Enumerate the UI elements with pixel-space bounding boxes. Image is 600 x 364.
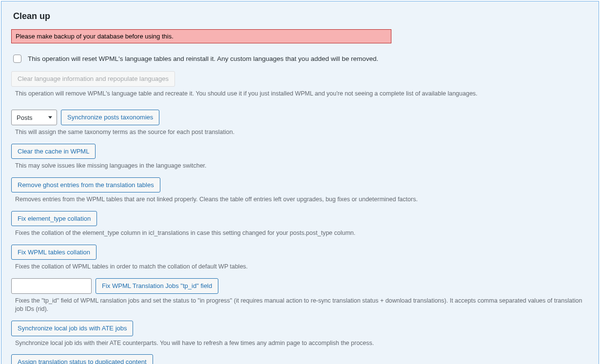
clear-cache-group: Clear the cache in WPML This may solve i…: [11, 144, 589, 171]
assign-trans-status-button[interactable]: Assign translation status to duplicated …: [11, 354, 153, 364]
fix-tpid-button[interactable]: Fix WPML Translation Jobs "tp_id" field: [96, 278, 218, 294]
cleanup-panel: Clean up Please make backup of your data…: [1, 1, 599, 364]
fix-tables-collation-desc: Fixes the collation of WPML tables in or…: [15, 263, 589, 271]
fix-tpid-group: Fix WPML Translation Jobs "tp_id" field …: [11, 278, 589, 314]
clear-language-info-desc: This operation will remove WPML's langua…: [15, 90, 589, 98]
post-type-select-wrap: Posts: [11, 110, 57, 125]
sync-ate-button[interactable]: Synchronize local job ids with ATE jobs: [11, 321, 133, 336]
sync-ate-group: Synchronize local job ids with ATE jobs …: [11, 321, 589, 347]
fix-tables-collation-group: Fix WPML tables collation Fixes the coll…: [11, 245, 589, 271]
fix-element-type-desc: Fixes the collation of the element_type …: [15, 229, 589, 238]
clear-language-info-button[interactable]: Clear language information and repopulat…: [11, 71, 175, 87]
panel-title: Clean up: [13, 11, 589, 21]
reset-wpml-label: This operation will reset WPML's languag…: [28, 55, 378, 62]
fix-tpid-desc: Fixes the "tp_id" field of WPML ranslati…: [15, 297, 589, 314]
sync-ate-desc: Synchronize local job ids with their ATE…: [15, 339, 589, 348]
remove-ghost-button[interactable]: Remove ghost entries from the translatio…: [11, 177, 160, 193]
sync-taxonomies-group: Posts Synchronize posts taxonomies This …: [11, 110, 589, 137]
backup-warning: Please make backup of your database befo…: [11, 29, 391, 43]
post-type-select[interactable]: Posts: [11, 110, 57, 125]
assign-trans-status-group: Assign translation status to duplicated …: [11, 354, 589, 364]
sync-taxonomies-button[interactable]: Synchronize posts taxonomies: [61, 110, 159, 125]
fix-element-type-button[interactable]: Fix element_type collation: [11, 211, 97, 227]
sync-taxonomies-desc: This will assign the same taxonomy terms…: [15, 128, 589, 137]
remove-ghost-desc: Removes entries from the WPML tables tha…: [15, 195, 589, 204]
clear-cache-button[interactable]: Clear the cache in WPML: [11, 144, 96, 159]
fix-tables-collation-button[interactable]: Fix WPML tables collation: [11, 245, 97, 260]
reset-wpml-checkbox[interactable]: [13, 55, 21, 63]
clear-cache-desc: This may solve issues like missing langu…: [15, 162, 589, 171]
tpid-input[interactable]: [11, 278, 92, 294]
fix-element-type-group: Fix element_type collation Fixes the col…: [11, 211, 589, 238]
reset-wpml-row[interactable]: This operation will reset WPML's languag…: [11, 53, 589, 64]
remove-ghost-group: Remove ghost entries from the translatio…: [11, 177, 589, 204]
